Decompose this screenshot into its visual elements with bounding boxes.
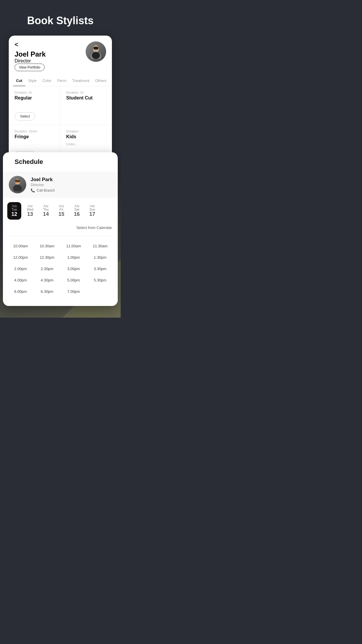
svg-rect-3: [93, 47, 99, 50]
schedule-stylist-info: Joel Park Director 📞 Call Branch: [31, 177, 55, 192]
date-day: Wed: [27, 208, 33, 211]
date-number: 13: [27, 211, 33, 217]
select-regular-button[interactable]: Select: [15, 112, 35, 120]
service-name: Regular: [15, 95, 54, 101]
time-slot-130pm[interactable]: 1.30pm: [87, 252, 113, 263]
tab-treatment[interactable]: Treatment: [69, 76, 92, 86]
page-background: Book Stylists < Joel Park Director View …: [0, 0, 121, 318]
service-item-regular: Duration: 1h Regular Select: [9, 86, 60, 125]
service-card-left: < Joel Park Director View Portfolio: [15, 41, 46, 71]
time-slot-630pm[interactable]: 6.30pm: [34, 286, 60, 297]
time-slot-300pm[interactable]: 3.00pm: [60, 263, 87, 274]
date-item-wed13[interactable]: July Wed 13: [23, 202, 37, 220]
time-slot-1000am[interactable]: 10.00am: [7, 240, 34, 252]
date-item-sun17[interactable]: July Sun 17: [85, 202, 99, 220]
service-card-header: < Joel Park Director View Portfolio: [9, 41, 112, 76]
schedule-stylist-row: Joel Park Director 📞 Call Branch: [3, 172, 118, 198]
date-number: 17: [89, 211, 95, 217]
stylist-title: Director: [15, 58, 46, 64]
time-slot-600pm[interactable]: 6.00pm: [7, 286, 34, 297]
stylist-name: Joel Park: [15, 50, 46, 58]
schedule-stylist-name: Joel Park: [31, 177, 55, 183]
date-day: Fri: [59, 208, 63, 211]
time-slot-100pm[interactable]: 1.00pm: [60, 252, 87, 263]
divider: [7, 236, 113, 236]
date-month: July: [74, 204, 80, 208]
call-branch-label[interactable]: Call Branch: [37, 188, 55, 192]
date-month: July: [59, 204, 64, 208]
date-item-sat16[interactable]: July Sat 16: [70, 202, 84, 220]
svg-point-7: [13, 185, 22, 191]
tab-perm[interactable]: Perm: [55, 76, 69, 86]
time-slot-1230pm[interactable]: 12.30pm: [34, 252, 60, 263]
call-branch-row: 📞 Call Branch: [31, 188, 55, 192]
service-name: Fringe: [15, 134, 54, 139]
date-day: Thu: [43, 208, 49, 211]
time-slot-500pm[interactable]: 5.00pm: [60, 274, 87, 286]
date-day: Sat: [74, 208, 79, 211]
calendar-link[interactable]: Select from Calendar: [3, 224, 118, 234]
tab-others[interactable]: Others: [92, 76, 109, 86]
date-number: 15: [58, 211, 64, 217]
tab-cut[interactable]: Cut: [13, 76, 25, 86]
tab-color[interactable]: Color: [40, 76, 55, 86]
schedule-stylist-role: Director: [31, 183, 55, 187]
duration-label: Duration:: [66, 130, 106, 133]
duration-label: Duration: 1h: [15, 91, 54, 94]
duration-label: Duration: 15min: [15, 130, 54, 133]
date-number: 12: [11, 211, 17, 217]
time-slot-1100am[interactable]: 11.00am: [60, 240, 87, 252]
time-slot-700pm[interactable]: 7.00pm: [60, 286, 87, 297]
date-month: July: [27, 204, 33, 208]
service-name: Student Cut: [66, 95, 106, 101]
date-month: July: [43, 204, 49, 208]
time-slot-1200pm[interactable]: 12.00pm: [7, 252, 34, 263]
view-portfolio-button[interactable]: View Portfolio: [15, 64, 45, 71]
date-day: Sun: [89, 208, 95, 211]
date-item-tue12[interactable]: July Tue 12: [7, 202, 21, 220]
service-item-student-cut: Duration: 1h Student Cut: [60, 86, 112, 125]
schedule-avatar: [9, 176, 26, 193]
time-slot-400pm[interactable]: 4.00pm: [7, 274, 34, 286]
date-month: July: [12, 204, 17, 208]
schedule-card: Schedule Joel Park Director 📞 Call Branc…: [3, 152, 118, 306]
phone-icon: 📞: [31, 188, 35, 192]
service-name: Kids: [66, 134, 106, 139]
time-slot-230pm[interactable]: 2.30pm: [34, 263, 60, 274]
time-slot-1030am[interactable]: 10.30am: [34, 240, 60, 252]
time-slot-empty: [87, 286, 113, 297]
time-slots-grid: 10.00am 10.30am 11.00am 11.30am 12.00pm …: [3, 237, 118, 300]
back-button[interactable]: <: [15, 41, 18, 48]
date-picker: July Tue 12 July Wed 13 July Thu 14 July…: [3, 202, 118, 224]
service-desc: Under...: [66, 142, 106, 146]
date-number: 14: [43, 211, 49, 217]
service-tabs: Cut Style Color Perm Treatment Others: [9, 76, 112, 86]
time-slot-200pm[interactable]: 2.00pm: [7, 263, 34, 274]
date-number: 16: [74, 211, 80, 217]
svg-point-4: [92, 52, 100, 59]
date-month: July: [90, 204, 95, 208]
duration-label: Duration: 1h: [66, 91, 106, 94]
tab-style[interactable]: Style: [25, 76, 40, 86]
page-title: Book Stylists: [0, 0, 121, 36]
schedule-title: Schedule: [9, 158, 112, 170]
date-day: Tue: [12, 208, 17, 211]
date-item-thu14[interactable]: July Thu 14: [39, 202, 53, 220]
time-slot-430pm[interactable]: 4.30pm: [34, 274, 60, 286]
svg-rect-6: [15, 180, 20, 182]
time-slot-330pm[interactable]: 3.30pm: [87, 263, 113, 274]
avatar-image: [86, 41, 106, 62]
time-slot-530pm[interactable]: 5.30pm: [87, 274, 113, 286]
stylist-avatar: [86, 41, 106, 62]
date-item-fri15[interactable]: July Fri 15: [54, 202, 68, 220]
time-slot-1130am[interactable]: 11.30am: [87, 240, 113, 252]
